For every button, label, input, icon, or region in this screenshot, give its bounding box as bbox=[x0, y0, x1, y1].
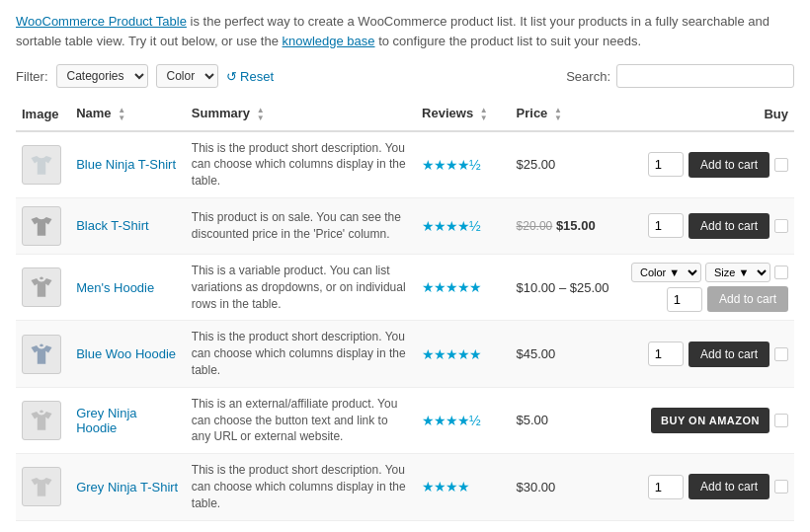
product-stars: ★★★★ bbox=[422, 479, 469, 494]
table-row: Men's Hoodie This is a variable product.… bbox=[16, 254, 794, 320]
size-variation-select[interactable]: Size ▼ bbox=[705, 263, 770, 282]
sort-arrows-name: ▲▼ bbox=[118, 107, 125, 122]
product-summary: This is the product short description. Y… bbox=[192, 463, 406, 510]
product-price-cell: $20.00 $15.00 bbox=[511, 197, 615, 254]
product-stars: ★★★★★ bbox=[422, 279, 481, 295]
product-stars: ★★★★½ bbox=[422, 157, 480, 173]
product-summary-cell: This is the product short description. Y… bbox=[186, 454, 416, 520]
buy-cell: Add to cart bbox=[621, 152, 788, 178]
product-image-cell bbox=[16, 254, 70, 320]
price-range: $10.00 – $25.00 bbox=[517, 280, 609, 295]
product-image bbox=[22, 467, 61, 506]
product-buy-cell: Add to cart bbox=[615, 520, 794, 532]
filter-left: Filter: Categories Color ↺ Reset bbox=[16, 64, 274, 88]
buy-cell-variable: Color ▼ Size ▼ Add to cart bbox=[621, 263, 788, 312]
qty-input[interactable] bbox=[667, 287, 702, 312]
product-image-cell bbox=[16, 197, 70, 254]
buy-cell: Add to cart bbox=[621, 342, 788, 367]
row-checkbox[interactable] bbox=[774, 158, 788, 172]
variable-buy-row: Add to cart bbox=[667, 286, 788, 312]
product-reviews-cell: ★★★★½ bbox=[416, 520, 510, 532]
search-label: Search: bbox=[566, 69, 610, 84]
buy-on-amazon-button[interactable]: BUY ON AMAZON bbox=[651, 408, 770, 433]
product-name-link[interactable]: Blue Ninja T-Shirt bbox=[76, 157, 176, 172]
table-header-row: Image Name ▲▼ Summary ▲▼ Reviews ▲▼ Pric… bbox=[16, 98, 794, 131]
qty-input[interactable] bbox=[648, 475, 684, 499]
product-image bbox=[22, 267, 61, 307]
price-sale: $15.00 bbox=[556, 218, 596, 233]
product-stars: ★★★★★ bbox=[422, 346, 481, 362]
add-to-cart-button[interactable]: Add to cart bbox=[688, 474, 770, 499]
product-name-link[interactable]: Men's Hoodie bbox=[76, 280, 154, 295]
product-image bbox=[22, 206, 61, 246]
product-price-cell: $10.00 – $25.00 bbox=[511, 254, 615, 320]
product-image-cell bbox=[16, 454, 70, 520]
variation-row: Color ▼ Size ▼ bbox=[631, 263, 788, 282]
buy-cell: Add to cart bbox=[621, 474, 788, 499]
row-checkbox[interactable] bbox=[774, 414, 788, 427]
price: $30.00 bbox=[517, 480, 556, 494]
product-table: Image Name ▲▼ Summary ▲▼ Reviews ▲▼ Pric… bbox=[16, 98, 794, 532]
price: $25.00 bbox=[517, 157, 556, 172]
product-image-cell bbox=[16, 387, 70, 453]
col-header-reviews[interactable]: Reviews ▲▼ bbox=[416, 98, 510, 131]
product-summary-cell: This is the product short description. Y… bbox=[186, 321, 416, 387]
table-row: Blue Woo Hoodie This is the product shor… bbox=[16, 321, 794, 387]
woocommerce-link[interactable]: WooCommerce Product Table bbox=[16, 14, 187, 29]
col-header-name[interactable]: Name ▲▼ bbox=[70, 98, 186, 131]
product-image bbox=[22, 401, 61, 440]
row-checkbox[interactable] bbox=[774, 266, 788, 279]
product-stars: ★★★★½ bbox=[422, 413, 480, 428]
add-to-cart-button[interactable]: Add to cart bbox=[707, 286, 788, 312]
price: $45.00 bbox=[517, 346, 556, 361]
product-buy-cell: Add to cart bbox=[615, 131, 794, 198]
product-summary-cell: This product is on sale. You can see the… bbox=[186, 197, 416, 254]
table-row: Blue Ninja T-Shirt This is the product s… bbox=[16, 131, 794, 198]
sort-arrows-reviews: ▲▼ bbox=[480, 107, 488, 122]
qty-input[interactable] bbox=[648, 213, 684, 238]
row-checkbox[interactable] bbox=[774, 480, 788, 494]
buy-cell: BUY ON AMAZON bbox=[621, 408, 788, 433]
add-to-cart-button[interactable]: Add to cart bbox=[688, 213, 770, 239]
product-reviews-cell: ★★★★½ bbox=[416, 387, 510, 453]
color-variation-select[interactable]: Color ▼ bbox=[631, 263, 701, 282]
sort-arrows-summary: ▲▼ bbox=[257, 107, 265, 122]
row-checkbox[interactable] bbox=[774, 219, 788, 233]
product-name-cell: Red Ninja Hoodie bbox=[70, 520, 186, 532]
product-price-cell: $5.00 bbox=[511, 387, 615, 453]
product-name-link[interactable]: Grey Ninja T-Shirt bbox=[76, 480, 178, 494]
col-header-price[interactable]: Price ▲▼ bbox=[511, 98, 615, 131]
filter-label: Filter: bbox=[16, 69, 48, 84]
product-image bbox=[22, 335, 61, 374]
reset-link[interactable]: ↺ Reset bbox=[226, 69, 275, 84]
table-row: Grey Ninja Hoodie This is an external/af… bbox=[16, 387, 794, 453]
search-input[interactable] bbox=[616, 64, 794, 88]
add-to-cart-button[interactable]: Add to cart bbox=[688, 152, 770, 178]
table-row: Grey Ninja T-Shirt This is the product s… bbox=[16, 454, 794, 520]
product-name-link[interactable]: Blue Woo Hoodie bbox=[76, 346, 176, 361]
add-to-cart-button[interactable]: Add to cart bbox=[688, 342, 770, 367]
product-buy-cell: Add to cart bbox=[615, 197, 794, 254]
col-header-summary[interactable]: Summary ▲▼ bbox=[186, 98, 416, 131]
product-name-cell: Grey Ninja T-Shirt bbox=[70, 454, 186, 520]
qty-input[interactable] bbox=[648, 342, 684, 366]
product-name-cell: Grey Ninja Hoodie bbox=[70, 387, 186, 453]
product-name-link[interactable]: Black T-Shirt bbox=[76, 218, 148, 233]
product-image-cell bbox=[16, 321, 70, 387]
product-summary-cell: This is an external/affiliate product. Y… bbox=[186, 387, 416, 453]
table-row: Red Ninja Hoodie This is the product sho… bbox=[16, 520, 794, 532]
qty-input[interactable] bbox=[648, 152, 684, 177]
product-buy-cell: Add to cart bbox=[615, 321, 794, 387]
intro-paragraph: WooCommerce Product Table is the perfect… bbox=[16, 12, 794, 50]
product-buy-cell: Color ▼ Size ▼ Add to cart bbox=[615, 254, 794, 320]
product-image-cell bbox=[16, 131, 70, 198]
row-checkbox[interactable] bbox=[774, 347, 788, 361]
sort-arrows-price: ▲▼ bbox=[554, 107, 562, 122]
categories-filter[interactable]: Categories bbox=[56, 64, 148, 88]
product-reviews-cell: ★★★★½ bbox=[416, 131, 510, 198]
knowledge-base-link[interactable]: knowledge base bbox=[283, 34, 375, 48]
product-stars: ★★★★½ bbox=[422, 218, 480, 234]
color-filter[interactable]: Color bbox=[156, 64, 218, 88]
product-name-link[interactable]: Grey Ninja Hoodie bbox=[76, 406, 136, 435]
price-original: $20.00 bbox=[517, 219, 553, 233]
